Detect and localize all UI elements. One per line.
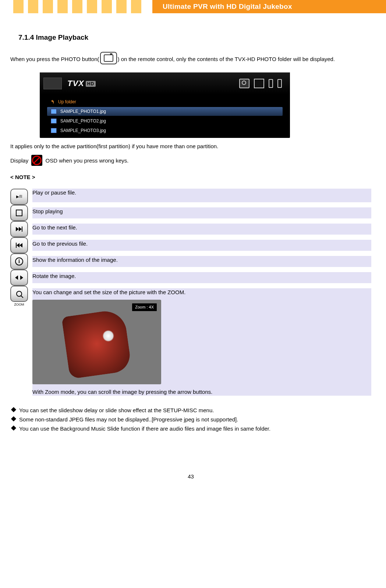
- cable-icon: [277, 79, 282, 88]
- prev-button-icon: [10, 237, 28, 253]
- left-right-button-icon: [10, 270, 28, 286]
- button-desc: Show the information of the image.: [32, 253, 371, 270]
- tab-marker: [43, 0, 53, 13]
- notes-list: You can set the slideshow delay or slide…: [10, 406, 371, 433]
- list-item: You can use the Background Music Slide f…: [10, 424, 371, 433]
- drive-icon: [43, 78, 62, 89]
- tab-marker: [116, 0, 127, 13]
- tab-marker: [87, 0, 97, 13]
- partition-note: It applies only to the active partition(…: [10, 142, 371, 150]
- screen-icon: [254, 79, 264, 88]
- zoom-subject: [61, 308, 132, 379]
- osd-note: Display OSD when you press wrong keys.: [10, 156, 371, 167]
- tab-marker: [28, 0, 38, 13]
- button-reference-table: ▶/IIOK Play or pause file. Stop playing …: [10, 189, 371, 401]
- next-button-icon: [10, 221, 28, 237]
- tab-marker: [13, 0, 24, 13]
- tvx-logo: TVXHD: [67, 79, 96, 88]
- button-desc: Play or pause file.: [32, 189, 371, 205]
- screenshot-toolbar: [239, 79, 286, 88]
- cable-icon: [269, 79, 273, 88]
- file-item: SAMPLE_PHOTO3.jpg: [47, 126, 283, 135]
- file-browser-screenshot: TVXHD ↰Up folder SAMPLE_PHOTO1.jpg SAMPL…: [40, 72, 290, 138]
- intro-text-2: ) on the remote control, only the conten…: [118, 56, 335, 62]
- zoom-screenshot: Zoom : 4X: [32, 300, 161, 384]
- file-item: SAMPLE_PHOTO2.jpg: [47, 117, 283, 125]
- zoom-level-label: Zoom : 4X: [132, 303, 157, 311]
- button-desc: Go to the previous file.: [32, 237, 371, 253]
- zoom-desc-intro: You can change and set the size of the p…: [32, 288, 371, 296]
- file-item-selected: SAMPLE_PHOTO1.jpg: [47, 107, 283, 116]
- header-tabs: [0, 0, 141, 13]
- file-icon: [51, 128, 57, 133]
- play-ok-button-icon: ▶/IIOK: [10, 189, 28, 205]
- zoom-button-icon: ZOOM: [10, 286, 28, 302]
- header-bar: Ultimate PVR with HD Digital Jukebox: [0, 0, 386, 13]
- zoom-desc: You can change and set the size of the p…: [32, 286, 371, 398]
- tab-marker: [72, 0, 82, 13]
- document-title: Ultimate PVR with HD Digital Jukebox: [152, 0, 386, 13]
- stop-button-icon: [10, 205, 28, 221]
- file-list: ↰Up folder SAMPLE_PHOTO1.jpg SAMPLE_PHOT…: [40, 95, 290, 135]
- button-desc: Stop playing: [32, 205, 371, 221]
- file-icon: [51, 118, 57, 124]
- zoom-desc-outro: With Zoom mode, you can scroll the image…: [32, 388, 371, 396]
- up-folder-item: ↰Up folder: [47, 97, 283, 106]
- tab-marker: [131, 0, 141, 13]
- tab-marker: [57, 0, 68, 13]
- button-desc: Go to the next file.: [32, 221, 371, 237]
- intro-text-1: When you press the PHOTO button(: [10, 56, 99, 62]
- list-item: You can set the slideshow delay or slide…: [10, 406, 371, 414]
- camera-icon: [239, 79, 249, 88]
- section-heading: 7.1.4 Image Playback: [18, 33, 371, 42]
- page-number: 43: [10, 473, 371, 480]
- screenshot-topbar: TVXHD: [40, 72, 290, 95]
- file-icon: [51, 109, 57, 114]
- intro-paragraph: When you press the PHOTO button() on the…: [10, 53, 371, 66]
- info-button-icon: iINFO: [10, 253, 28, 270]
- note-header: < NOTE >: [10, 173, 371, 181]
- prohibit-icon: [31, 155, 42, 166]
- tab-marker: [102, 0, 112, 13]
- button-desc: Rotate the image.: [32, 270, 371, 286]
- photo-button-icon: [100, 52, 117, 64]
- list-item: Some non-standard JPEG files may not be …: [10, 415, 371, 424]
